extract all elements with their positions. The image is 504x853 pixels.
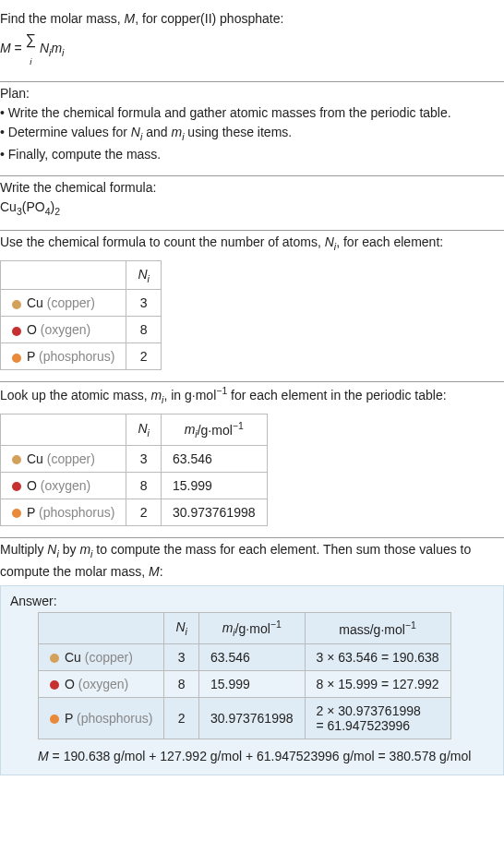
element-dot-icon [12,327,21,336]
var-Ni: Ni [131,125,142,139]
element-dot-icon [50,715,59,724]
element-cell: Cu (copper) [1,290,126,317]
atom-count-table: Ni Cu (copper) 3 O (oxygen) 8 P (phospho… [0,260,162,371]
element-cell: P (phosphorus) [1,343,126,370]
table-row: O (oxygen) 8 15.999 [1,473,268,499]
col-element [1,414,126,445]
var-mi: mi [51,41,64,55]
mass-cell: 2 × 30.973761998= 61.947523996 [305,698,450,739]
chem-formula-value: Cu3(PO4)2 [0,198,504,220]
multiply-section: Multiply Ni by mi to compute the mass fo… [0,538,504,787]
col-element [1,260,126,290]
element-dot-icon [12,509,21,518]
var-mi: mi [171,125,184,139]
mi-cell: 63.546 [161,446,267,473]
element-cell: O (oxygen) [1,473,126,499]
element-dot-icon [12,300,21,309]
plan-title: Plan: [0,84,504,103]
var-mi: mi [79,542,92,557]
mi-cell: 15.999 [161,473,267,499]
intro-text: Find the molar mass, [0,11,125,26]
answer-box: Answer: Ni mi/g·mol−1 mass/g·mol−1 Cu (c… [0,585,504,775]
answer-result: M = 190.638 g/mol + 127.992 g/mol + 61.9… [38,749,494,763]
count-section: Use the chemical formula to count the nu… [0,231,504,381]
mass-lookup-section: Look up the atomic mass, mi, in g·mol−1 … [0,382,504,537]
element-cell: O (oxygen) [39,671,164,698]
atomic-mass-table: Ni mi/g·mol−1 Cu (copper) 3 63.546 O (ox… [0,414,268,526]
table-row: Cu (copper) 3 63.546 [1,446,268,473]
element-cell: P (phosphorus) [1,499,126,526]
element-dot-icon [12,354,21,363]
plan-bullet: • Write the chemical formula and gather … [0,103,504,123]
mass-cell: 3 × 63.546 = 190.638 [305,644,450,671]
molar-mass-formula: M = ∑i Nimi [0,29,504,70]
table-row: P (phosphorus) 2 30.973761998 2 × 30.973… [39,698,451,739]
element-cell: P (phosphorus) [39,698,164,739]
element-dot-icon [50,654,59,663]
ni-cell: 3 [126,446,161,473]
plan-bullet: • Determine values for Ni and mi using t… [0,123,504,145]
table-row: Cu (copper) 3 63.546 3 × 63.546 = 190.63… [39,644,451,671]
plan-section: Plan: • Write the chemical formula and g… [0,82,504,175]
mass-lookup-text: Look up the atomic mass, mi, in g·mol−1 … [0,384,504,407]
col-ni: Ni [126,414,161,445]
sigma-sub: i [30,56,31,66]
sigma-icon: ∑ [26,31,36,47]
sigma-block: ∑i [26,29,36,70]
ni-cell: 2 [164,698,198,739]
chem-formula-section: Write the chemical formula: Cu3(PO4)2 [0,176,504,231]
var-Ni: Ni [40,41,51,55]
table-row: O (oxygen) 8 [1,317,162,343]
mass-cell: 8 × 15.999 = 127.992 [305,671,450,698]
var-M: M [125,11,136,26]
col-ni: Ni [126,260,161,290]
mi-cell: 30.973761998 [198,698,305,739]
element-dot-icon [50,680,59,690]
element-cell: Cu (copper) [1,446,126,473]
multiply-text: Multiply Ni by mi to compute the mass fo… [0,540,504,582]
col-mass: mass/g·mol−1 [305,612,450,643]
ni-cell: 3 [164,644,198,671]
intro-section: Find the molar mass, M, for copper(II) p… [0,7,504,81]
var-Ni: Ni [325,234,336,249]
chem-formula-title: Write the chemical formula: [0,178,504,198]
ni-cell: 2 [126,499,161,526]
eq: = [11,41,26,55]
table-row: P (phosphorus) 2 30.973761998 [1,499,268,526]
ni-cell: 3 [126,290,161,317]
table-header-row: Ni mi/g·mol−1 [1,414,268,445]
table-row: P (phosphorus) 2 [1,343,162,370]
element-cell: O (oxygen) [1,317,126,343]
ni-cell: 8 [164,671,198,698]
ni-cell: 8 [126,473,161,499]
var-Ni: Ni [47,542,58,557]
element-dot-icon [12,482,21,491]
col-ni: Ni [164,612,198,643]
plan-bullet: • Finally, compute the mass. [0,145,504,164]
count-text: Use the chemical formula to count the nu… [0,233,504,255]
intro-text2: , for copper(II) phosphate: [135,11,283,26]
mi-cell: 15.999 [198,671,305,698]
element-cell: Cu (copper) [39,644,164,671]
var-M2: M [0,41,11,55]
table-row: Cu (copper) 3 [1,290,162,317]
var-mi: mi [150,388,163,402]
answer-table: Ni mi/g·mol−1 mass/g·mol−1 Cu (copper) 3… [38,612,451,739]
table-row: O (oxygen) 8 15.999 8 × 15.999 = 127.992 [39,671,451,698]
answer-label: Answer: [10,594,494,608]
intro-line: Find the molar mass, M, for copper(II) p… [0,9,504,29]
var-M: M [149,564,160,579]
element-dot-icon [12,455,21,464]
col-element [39,612,164,643]
ni-cell: 2 [126,343,161,370]
col-mi: mi/g·mol−1 [161,414,267,445]
ni-cell: 8 [126,317,161,343]
table-header-row: Ni mi/g·mol−1 mass/g·mol−1 [39,612,451,643]
mi-cell: 30.973761998 [161,499,267,526]
mi-cell: 63.546 [198,644,305,671]
table-header-row: Ni [1,260,162,290]
col-mi: mi/g·mol−1 [198,612,305,643]
